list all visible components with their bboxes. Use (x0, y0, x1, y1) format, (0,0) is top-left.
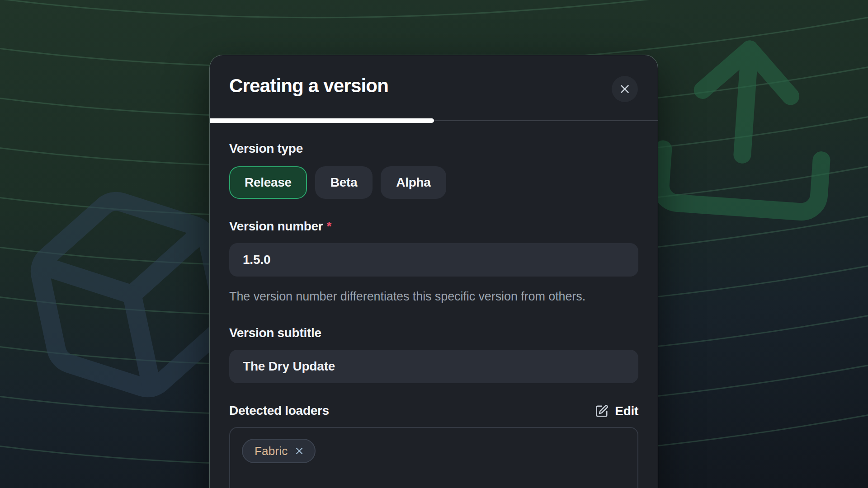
detected-loaders-box: Fabric (229, 427, 638, 488)
upload-arrow-icon (660, 44, 829, 213)
create-version-modal: Creating a version Version type Release … (209, 55, 658, 488)
required-asterisk: * (326, 219, 331, 233)
version-type-selector: Release Beta Alpha (229, 166, 638, 199)
version-type-alpha-button[interactable]: Alpha (381, 166, 446, 199)
modal-header: Creating a version (210, 55, 658, 121)
loader-chip-fabric[interactable]: Fabric (242, 439, 316, 463)
box-outline-icon (28, 184, 235, 405)
version-subtitle-input[interactable] (229, 350, 638, 383)
square-pen-icon (595, 404, 609, 418)
version-number-help: The version number differentiates this s… (229, 287, 618, 305)
close-button[interactable] (612, 76, 638, 102)
modal-title: Creating a version (229, 75, 388, 97)
modal-body: Version type Release Beta Alpha Version … (210, 141, 658, 488)
version-type-label: Version type (229, 141, 638, 156)
detected-loaders-label: Detected loaders (229, 403, 329, 418)
progress-fill (210, 118, 434, 123)
version-type-release-button[interactable]: Release (229, 166, 307, 199)
edit-button-label: Edit (615, 404, 638, 418)
x-icon[interactable] (294, 446, 305, 456)
loader-chip-label: Fabric (255, 444, 288, 458)
x-icon (618, 82, 632, 96)
detected-loaders-row: Detected loaders Edit (229, 403, 638, 418)
version-number-input[interactable] (229, 243, 638, 277)
version-number-label: Version number* (229, 219, 638, 234)
version-subtitle-label: Version subtitle (229, 325, 638, 341)
page-background: { "background": { "decorations": ["conto… (0, 0, 868, 488)
edit-loaders-button[interactable]: Edit (595, 404, 638, 418)
version-type-beta-button[interactable]: Beta (315, 166, 373, 199)
